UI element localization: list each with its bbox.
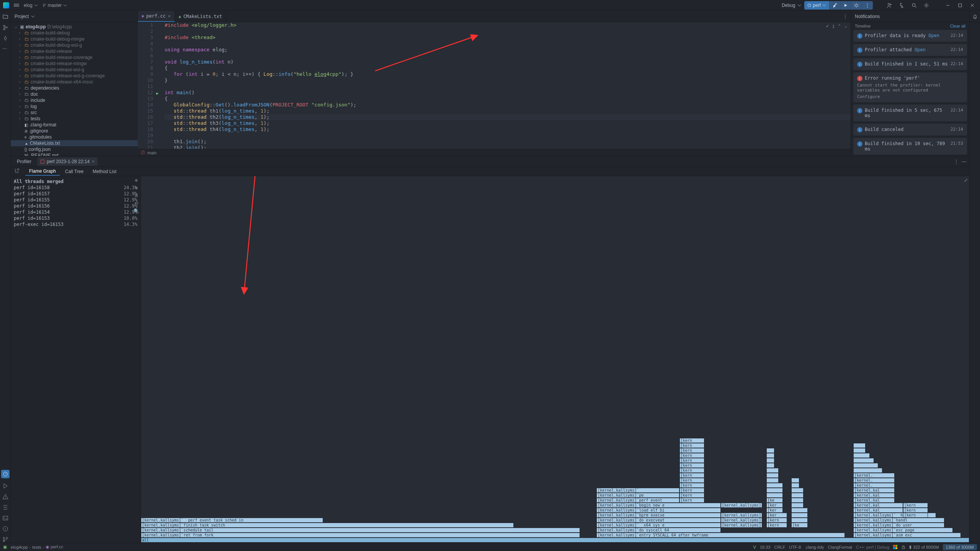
- notification-item[interactable]: iBuild finished in 1 sec, 51 ms22:14: [853, 58, 967, 70]
- notifications-tool-button[interactable]: [969, 11, 980, 22]
- tabs-more-button[interactable]: ⋮: [840, 11, 851, 22]
- thread-row[interactable]: perf id=1615712.9%: [14, 191, 137, 197]
- editor-tab[interactable]: ◉perf.cc×: [138, 11, 175, 22]
- flame-frame[interactable]: [kern: [679, 483, 704, 488]
- close-icon[interactable]: ×: [168, 13, 171, 19]
- tree-row[interactable]: ›🗀cmake-build-release-x64-msvc: [11, 79, 138, 85]
- notification-item[interactable]: iBuild finished in 5 sec, 675 ms22:14: [853, 105, 967, 121]
- profiler-tab[interactable]: Profiler: [14, 157, 34, 166]
- flame-frame[interactable]: [kernel.kallsyms]`__: [596, 488, 679, 493]
- flame-frame[interactable]: [853, 443, 866, 448]
- hide-panel-button[interactable]: —: [962, 159, 966, 164]
- flame-frame[interactable]: [ker: [766, 508, 783, 513]
- project-tool-button[interactable]: [0, 11, 11, 22]
- flame-frame[interactable]: [766, 488, 783, 493]
- flame-frame[interactable]: [kernel.kallsyms]`load_elf_bi: [596, 508, 721, 513]
- tree-row[interactable]: ›🗀cmake-build-debug-wsl-g: [11, 42, 138, 48]
- search-button[interactable]: 🔍: [134, 208, 139, 214]
- flame-frame[interactable]: [ker: [766, 513, 787, 518]
- flame-frame[interactable]: [kernel.kallsyms]`begin_new_e: [596, 503, 721, 508]
- editor-tab[interactable]: ▲CMakeLists.txt: [175, 11, 226, 22]
- flame-frame[interactable]: [791, 518, 808, 523]
- tree-row[interactable]: ›🗀dependencies: [11, 85, 138, 91]
- debug-button[interactable]: [851, 1, 862, 10]
- tree-row[interactable]: ≡.gitmodules: [11, 134, 138, 140]
- flame-frame[interactable]: [kernel.kallsyms]`pe: [596, 493, 679, 498]
- memory-indicator[interactable]: ▮322 of 8000M: [909, 544, 939, 549]
- flame-frame[interactable]: [766, 453, 775, 458]
- main-menu-button[interactable]: [14, 4, 19, 7]
- notification-item[interactable]: iBuild canceled22:14: [853, 124, 967, 136]
- flame-frame[interactable]: [791, 498, 804, 503]
- flame-frame[interactable]: [kernel.kallsyms]`do_user_: [853, 523, 944, 528]
- flame-frame[interactable]: [ke: [791, 523, 808, 528]
- flame-frame[interactable]: [kern: [679, 498, 704, 503]
- flame-graph[interactable]: ⤢ all[kernel.kallsyms]`ret_from_fork[ker…: [141, 176, 969, 543]
- flame-frame[interactable]: [kern: [679, 488, 704, 493]
- minimize-button[interactable]: [943, 1, 952, 10]
- tree-row[interactable]: ›🗀cmake-build-release-coverage: [11, 54, 138, 60]
- tree-row[interactable]: ›🗀tests: [11, 116, 138, 122]
- lock-icon[interactable]: [902, 545, 905, 549]
- flame-frame[interactable]: [kern: [903, 508, 928, 513]
- flame-frame[interactable]: [kern: [679, 463, 704, 468]
- thread-row[interactable]: perf id=1615824.3%: [14, 185, 137, 191]
- flame-frame[interactable]: [766, 483, 783, 488]
- notification-link[interactable]: Open: [915, 47, 926, 52]
- add-button[interactable]: ⊕: [134, 178, 139, 183]
- flame-frame[interactable]: [kernel.kallsyms]`do_syscall_64: [596, 528, 721, 533]
- clear-all-link[interactable]: Clear all: [950, 24, 965, 28]
- reset-zoom-button[interactable]: ⟲: [134, 201, 139, 206]
- notification-item[interactable]: !Error running 'perf'Cannot start the pr…: [853, 72, 967, 102]
- flame-frame[interactable]: [766, 493, 783, 498]
- notification-item[interactable]: iProfiler data is ready Open22:14: [853, 30, 967, 42]
- tree-row[interactable]: M↓README.md: [11, 152, 138, 156]
- structure-tool-button[interactable]: [2, 25, 8, 31]
- flame-frame[interactable]: [766, 473, 779, 478]
- flame-frame[interactable]: [791, 503, 804, 508]
- all-threads-label[interactable]: All threads merged: [14, 179, 64, 184]
- flame-frame[interactable]: [kernel.kallsyms]`handl: [853, 518, 944, 523]
- flame-frame[interactable]: [853, 468, 882, 473]
- flame-frame[interactable]: [791, 483, 800, 488]
- vim-indicator[interactable]: V: [753, 545, 756, 549]
- profiler-more-button[interactable]: ⋮: [954, 159, 959, 164]
- flame-frame[interactable]: [ke: [766, 498, 783, 503]
- flame-frame[interactable]: [kern: [679, 438, 704, 443]
- run-config-selector[interactable]: Debug: [782, 3, 801, 8]
- flame-frame[interactable]: [kernel.kallsyms]`__x64_sys_e: [596, 523, 721, 528]
- problems-tool-button[interactable]: [2, 494, 8, 500]
- line-separator[interactable]: CRLF: [774, 545, 785, 549]
- profiler-subtab[interactable]: Method List: [89, 168, 120, 175]
- flame-frame[interactable]: [791, 513, 808, 518]
- flame-frame[interactable]: [853, 463, 878, 468]
- more-run-button[interactable]: ⋮: [862, 1, 873, 10]
- tree-row[interactable]: ›🗀cmake-build-debug-mingw: [11, 36, 138, 42]
- flame-frame[interactable]: [kern: [903, 513, 928, 518]
- run-button[interactable]: [841, 1, 851, 10]
- profiler-session-tab[interactable]: perf 2023-1-28 22:14 ×: [38, 157, 98, 166]
- flame-frame[interactable]: [kernel.kallsyms]`fu: [721, 513, 762, 518]
- memory-indicator-alt[interactable]: 1360 of 3000M: [943, 544, 977, 550]
- commit-tool-button[interactable]: [2, 35, 8, 41]
- settings-button[interactable]: [922, 1, 931, 10]
- flame-frame[interactable]: [kern: [766, 523, 787, 528]
- tree-row[interactable]: ›🗀doc: [11, 91, 138, 97]
- flame-frame[interactable]: [kernel.kallsyms]`do_execveat: [596, 518, 721, 523]
- editor-breadcrumb[interactable]: ⓕ main: [138, 149, 851, 156]
- flame-frame[interactable]: [kern: [903, 503, 928, 508]
- thread-row[interactable]: perf id=1615310.0%: [14, 215, 137, 221]
- caret-position[interactable]: 16:33: [760, 545, 771, 549]
- flame-frame[interactable]: [kernel.kallsyms]`schedule_tail: [141, 528, 580, 533]
- tree-row[interactable]: ▲CMakeLists.txt: [11, 140, 138, 146]
- tree-row[interactable]: ›🗀include: [11, 97, 138, 103]
- code-editor[interactable]: ✓1 ⌃ ⌄ 123456789101112▶13141516171819202…: [138, 22, 851, 156]
- close-button[interactable]: [968, 1, 977, 10]
- flame-frame[interactable]: [kern: [679, 453, 704, 458]
- flame-frame[interactable]: [kern: [679, 478, 704, 483]
- editor-content[interactable]: #include <elog/logger.h>#include <thread…: [157, 22, 851, 149]
- status-breadcrumb[interactable]: elog4cpp›tests›◉ perf.cc: [11, 544, 63, 549]
- thread-row[interactable]: perf id=1615412.9%: [14, 209, 137, 215]
- tree-row[interactable]: ›🗀cmake-build-release-wsl-g-coverage: [11, 73, 138, 79]
- editor-gutter[interactable]: 123456789101112▶131415161718192021: [138, 22, 157, 149]
